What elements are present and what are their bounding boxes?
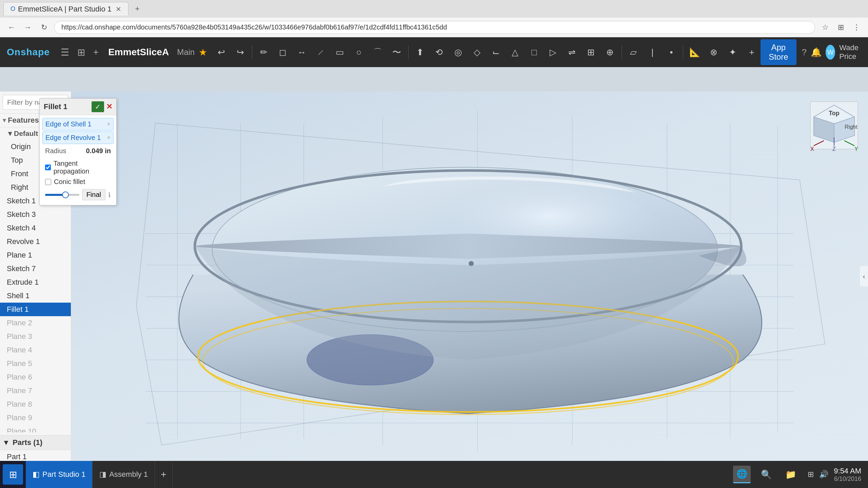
- app-store-btn[interactable]: App Store: [761, 39, 796, 65]
- feature-item-sketch3[interactable]: Sketch 3: [0, 208, 71, 221]
- point-btn[interactable]: •: [663, 43, 680, 61]
- origin-label: Origin: [11, 142, 31, 151]
- draft-btn[interactable]: ▷: [544, 43, 562, 61]
- feature-item-plane7[interactable]: Plane 7: [0, 384, 71, 398]
- part-studio-icon: ◧: [33, 470, 40, 479]
- sketch-btn[interactable]: ✏: [255, 43, 273, 61]
- search-taskbar-icon[interactable]: 🔍: [757, 466, 775, 483]
- parts-header[interactable]: ▾ Parts (1): [0, 435, 71, 450]
- fillet-progress-slider[interactable]: [45, 194, 79, 196]
- fillet-dialog-body: Edge of Shell 1 × Edge of Revolve 1 × Ra…: [40, 115, 116, 205]
- shell-tool-btn[interactable]: □: [525, 43, 543, 61]
- feature-item-plane3[interactable]: Plane 3: [0, 330, 71, 343]
- spline-btn[interactable]: 〜: [388, 43, 406, 61]
- dimension-btn[interactable]: ↔: [293, 43, 311, 61]
- fillet-edge-2-remove-btn[interactable]: ×: [107, 134, 111, 141]
- part-studio-tab[interactable]: ◧ Part Studio 1: [26, 461, 93, 488]
- fillet-cancel-btn[interactable]: ✕: [106, 101, 112, 112]
- fillet-conic-label: Conic fillet: [54, 178, 85, 186]
- redo-btn[interactable]: ↪: [232, 43, 249, 61]
- chamfer-btn[interactable]: △: [506, 43, 524, 61]
- feature-item-sketch4[interactable]: Sketch 4: [0, 221, 71, 235]
- parts-collapse-arrow: ▾: [4, 438, 8, 447]
- tab-title: EmmetSliceA | Part Studio 1: [18, 5, 112, 14]
- measure-btn[interactable]: 📐: [686, 43, 704, 61]
- more-tools-btn[interactable]: +: [743, 43, 761, 61]
- forward-btn[interactable]: →: [22, 21, 34, 34]
- feature-item-extrude1[interactable]: Extrude 1: [0, 276, 71, 289]
- fillet-ok-btn[interactable]: ✓: [92, 101, 104, 112]
- bookmark-icon[interactable]: ★: [199, 47, 207, 58]
- taskbar: ⊞ ◧ Part Studio 1 ◨ Assembly 1 + 🌐 🔍 📁 ⊞…: [0, 461, 868, 488]
- pattern-btn[interactable]: ⊞: [582, 43, 600, 61]
- fillet-radius-value[interactable]: 0.049 in: [86, 147, 111, 155]
- fillet-slider-thumb[interactable]: [62, 191, 69, 198]
- sweep-btn[interactable]: ◎: [449, 43, 467, 61]
- toolbar-sep-2: [408, 45, 409, 59]
- assembly-tab[interactable]: ◨ Assembly 1: [93, 461, 155, 488]
- undo-btn[interactable]: ↩: [213, 43, 230, 61]
- folder-taskbar-icon[interactable]: 📁: [782, 466, 800, 483]
- extrude-btn[interactable]: ⬆: [411, 43, 429, 61]
- feature-item-plane4[interactable]: Plane 4: [0, 343, 71, 357]
- chrome-menu-btn[interactable]: ⋮: [850, 21, 863, 34]
- part-item-1[interactable]: Part 1: [0, 450, 71, 461]
- feature-item-plane1[interactable]: Plane 1: [0, 248, 71, 262]
- mirror-btn[interactable]: ⇌: [563, 43, 581, 61]
- star-btn[interactable]: ☆: [819, 21, 831, 34]
- notifications-btn[interactable]: 🔔: [811, 47, 822, 58]
- tab-close-btn[interactable]: ✕: [116, 5, 121, 13]
- fillet-edge-row-1[interactable]: Edge of Shell 1 ×: [42, 118, 114, 130]
- new-tab-btn[interactable]: +: [131, 3, 143, 15]
- construction-btn[interactable]: ◻: [274, 43, 292, 61]
- back-btn[interactable]: ←: [5, 21, 18, 34]
- arc-btn[interactable]: ⌒: [369, 43, 387, 61]
- feature-item-revolve1[interactable]: Revolve 1: [0, 235, 71, 248]
- loft-btn[interactable]: ◇: [468, 43, 486, 61]
- url-input[interactable]: [54, 21, 815, 34]
- start-btn[interactable]: ⊞: [3, 464, 23, 485]
- feature-item-plane6[interactable]: Plane 6: [0, 370, 71, 384]
- fillet-conic-checkbox[interactable]: [45, 179, 51, 185]
- refresh-btn[interactable]: ↻: [38, 21, 50, 34]
- user-avatar[interactable]: W: [826, 45, 835, 60]
- fillet-edge-row-2[interactable]: Edge of Revolve 1 ×: [42, 131, 114, 144]
- feature-item-plane8[interactable]: Plane 8: [0, 398, 71, 411]
- extension-btn[interactable]: ⊞: [835, 21, 847, 34]
- help-btn[interactable]: ?: [802, 47, 807, 58]
- fillet-tangent-checkbox[interactable]: [45, 164, 51, 170]
- transform-btn[interactable]: ✦: [724, 43, 742, 61]
- axis-btn[interactable]: |: [644, 43, 661, 61]
- revolve-btn[interactable]: ⟲: [430, 43, 448, 61]
- feature-item-plane9[interactable]: Plane 9: [0, 411, 71, 425]
- right-panel-toggle[interactable]: ‹: [860, 266, 868, 286]
- mate-btn[interactable]: ⊗: [705, 43, 723, 61]
- orientation-widget[interactable]: Top Right Z X Y: [807, 98, 861, 152]
- boolean-btn[interactable]: ⊕: [601, 43, 619, 61]
- feature-item-sketch7[interactable]: Sketch 7: [0, 262, 71, 276]
- active-tab[interactable]: O EmmetSliceA | Part Studio 1 ✕: [3, 2, 129, 16]
- browser-taskbar-icon[interactable]: 🌐: [733, 466, 751, 483]
- plane-btn[interactable]: ▱: [625, 43, 642, 61]
- add-feature-btn[interactable]: +: [89, 47, 103, 58]
- viewport[interactable]: Top Right Z X Y ‹: [71, 92, 868, 461]
- fillet-btn[interactable]: ⌙: [487, 43, 505, 61]
- taskbar-icons-right: 🌐 🔍 📁: [732, 466, 808, 483]
- line-btn[interactable]: ⟋: [312, 43, 330, 61]
- svg-text:Right: Right: [845, 124, 857, 130]
- feature-item-plane10[interactable]: Plane 10: [0, 425, 71, 432]
- feature-item-plane2[interactable]: Plane 2: [0, 316, 71, 330]
- parts-header-label: Parts (1): [13, 438, 42, 447]
- circle-btn[interactable]: ○: [350, 43, 368, 61]
- hamburger-menu-btn[interactable]: ☰: [57, 47, 73, 58]
- feature-item-fillet1[interactable]: Fillet 1: [0, 303, 71, 316]
- rectangle-btn[interactable]: ▭: [331, 43, 349, 61]
- grid-view-btn[interactable]: ⊞: [73, 47, 89, 58]
- fillet-edge-1-remove-btn[interactable]: ×: [107, 121, 111, 128]
- add-tab-btn[interactable]: +: [155, 461, 173, 488]
- feature-item-shell1[interactable]: Shell 1: [0, 289, 71, 303]
- fillet-conic-row: Conic fillet: [42, 177, 114, 187]
- feature-item-plane5[interactable]: Plane 5: [0, 357, 71, 370]
- fillet-final-btn[interactable]: Final: [82, 189, 105, 200]
- fillet-info-btn[interactable]: ℹ: [108, 191, 111, 199]
